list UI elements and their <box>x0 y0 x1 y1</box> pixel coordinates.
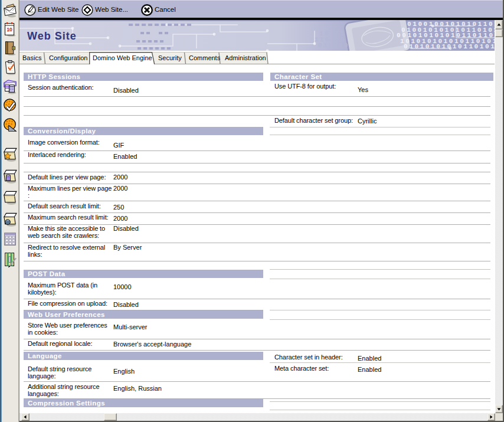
svg-text:Configuration: Configuration <box>49 54 87 61</box>
svg-text:Domino Web Engine: Domino Web Engine <box>93 54 152 61</box>
svg-text:Web Site: Web Site <box>27 30 77 42</box>
svg-text:Basics: Basics <box>22 54 42 61</box>
svg-text:10: 10 <box>6 27 12 32</box>
svg-text:010101010101101011: 010101010101101011 <box>404 43 495 50</box>
svg-text:Administration: Administration <box>225 54 266 61</box>
svg-text:Security: Security <box>158 54 182 61</box>
svg-text:010110: 010110 <box>318 42 349 49</box>
svg-text:Comments: Comments <box>189 54 221 61</box>
